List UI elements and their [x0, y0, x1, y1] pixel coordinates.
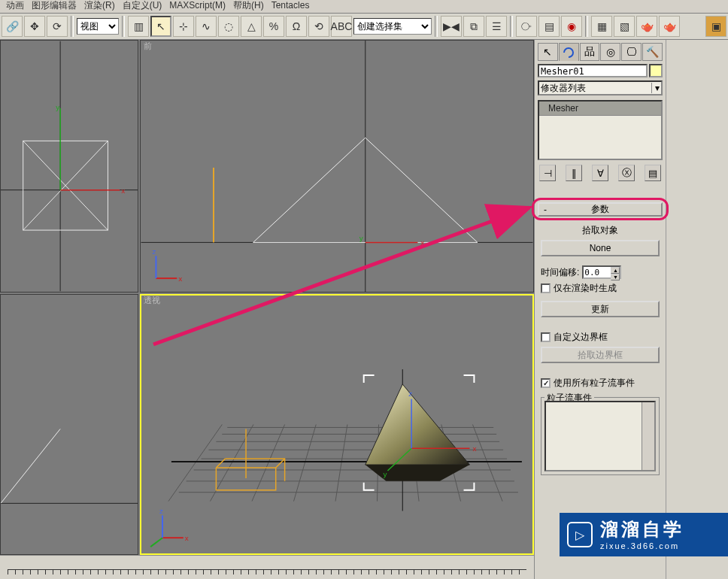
select-icon[interactable]: ↖ [150, 16, 171, 37]
pin-stack-icon[interactable]: ⊣ [539, 165, 556, 181]
tab-hierarchy-icon[interactable]: 品 [580, 43, 600, 61]
rollout-parameters[interactable]: - 参数 [538, 202, 663, 217]
spinner-up-icon[interactable]: ▲ [611, 267, 620, 274]
render-icon[interactable]: 🫖 [659, 16, 680, 37]
svg-line-48 [216, 459, 225, 468]
menu-bar: 动画 图形编辑器 渲染(R) 自定义(U) MAXScript(M) 帮助(H)… [0, 0, 728, 13]
tab-display-icon[interactable]: 🖵 [621, 43, 642, 61]
watermark: ▷ 溜溜自学 zixue.3d66.com [560, 513, 728, 556]
mirror-icon[interactable]: ▶◀ [441, 16, 462, 37]
viewport-area: x y 前 x y x z 透视 [0, 40, 534, 555]
selection-set-dropdown[interactable]: 创建选择集 [353, 18, 432, 35]
configure-sets-icon[interactable]: ▤ [645, 165, 661, 181]
viewport-left[interactable] [0, 294, 138, 555]
svg-text:x: x [121, 186, 125, 195]
svg-text:z: z [152, 247, 156, 256]
tab-utilities-icon[interactable]: 🔨 [642, 43, 663, 61]
play-icon: ▷ [567, 522, 593, 547]
snap-angle-icon[interactable]: △ [241, 16, 262, 37]
axis-icon[interactable]: ⊹ [173, 16, 194, 37]
align-icon[interactable]: ⧉ [463, 16, 484, 37]
viewport-front[interactable]: 前 x y x z [140, 40, 534, 293]
custom-bbox-checkbox[interactable] [541, 332, 551, 342]
link-icon[interactable]: 🔗 [2, 16, 23, 37]
chevron-down-icon: ▾ [651, 83, 660, 93]
render-setup-icon[interactable]: ▦ [591, 16, 612, 37]
pf-events-group: 粒子流事件 [541, 397, 660, 475]
command-panel: ↖ 品 ◎ 🖵 🔨 Mesher01 修改器列表 ▾ Mesher ⊣ ‖ ∀ … [534, 40, 728, 579]
svg-text:x: x [185, 534, 189, 542]
material-editor-icon[interactable]: ◉ [561, 16, 582, 37]
spinner-snap-icon[interactable]: ⟲ [308, 16, 329, 37]
menu-item[interactable]: 帮助(H) [230, 0, 267, 12]
svg-marker-40 [366, 384, 470, 465]
menu-item[interactable]: MAXScript(M) [166, 0, 229, 11]
render-frame-icon[interactable]: ▧ [614, 16, 635, 37]
tab-modify-icon[interactable] [559, 43, 579, 61]
spinner-down-icon[interactable]: ▼ [611, 274, 620, 280]
pick-none-button[interactable]: None [541, 240, 660, 256]
percent-snap-icon[interactable]: % [263, 16, 284, 37]
magnet-icon[interactable]: Ω [286, 16, 307, 37]
show-end-result-icon[interactable]: ‖ [566, 165, 582, 181]
main-toolbar: 🔗 ✥ ⟳ 视图 ▥ ↖ ⊹ ∿ ◌ △ % Ω ⟲ ABC 创建选择集 ▶◀ … [0, 13, 728, 40]
viewport-perspective[interactable]: 透视 [140, 294, 534, 555]
svg-marker-41 [366, 465, 470, 481]
svg-line-20 [1, 429, 60, 503]
pick-object-label: 拾取对象 [541, 224, 660, 237]
svg-text:y: y [383, 470, 387, 478]
svg-text:x: x [178, 274, 182, 283]
menu-item[interactable]: 渲染(R) [81, 0, 118, 12]
modifier-list-dropdown[interactable]: 修改器列表 ▾ [538, 80, 663, 95]
tab-create-icon[interactable]: ↖ [538, 43, 558, 61]
svg-line-29 [168, 425, 222, 502]
object-name-field[interactable]: Mesher01 [538, 64, 648, 77]
svg-text:z: z [159, 507, 163, 515]
curve-editor-icon[interactable]: ⧂ [516, 16, 537, 37]
svg-line-33 [335, 425, 347, 502]
modifier-stack[interactable]: Mesher [538, 100, 663, 160]
quick-render-icon[interactable]: 🫖 [636, 16, 657, 37]
rollout-body: 拾取对象 None 时间偏移: ▲▼ 仅在渲染时生成 更新 自定义边界框 拾取边… [538, 217, 663, 478]
collapse-icon: - [544, 205, 547, 215]
menu-item[interactable]: 动画 [3, 0, 27, 12]
modifier-stack-item[interactable]: Mesher [539, 102, 661, 116]
schematic-view-icon[interactable]: ▤ [538, 16, 560, 37]
pf-events-listbox[interactable] [544, 401, 656, 471]
use-all-pf-label: 使用所有粒子流事件 [554, 377, 635, 390]
view-dropdown[interactable]: 视图 [77, 18, 119, 35]
custom-bbox-label: 自定义边界框 [554, 331, 608, 344]
rotate-icon[interactable]: ⟳ [47, 16, 68, 37]
menu-item[interactable]: 图形编辑器 [29, 0, 80, 12]
menu-item[interactable]: 自定义(U) [120, 0, 165, 12]
layer-icon[interactable]: ☰ [486, 16, 507, 37]
remove-modifier-icon[interactable]: ⓧ [618, 165, 635, 181]
selection-icon[interactable]: ◌ [218, 16, 239, 37]
watermark-url: zixue.3d66.com [600, 541, 684, 551]
snap-toggle-icon[interactable]: ∿ [196, 16, 217, 37]
viewport-top[interactable]: x y [0, 40, 138, 293]
tab-motion-icon[interactable]: ◎ [600, 43, 620, 61]
move-icon[interactable]: ✥ [24, 16, 45, 37]
svg-text:x: x [472, 444, 476, 453]
update-button[interactable]: 更新 [541, 301, 660, 317]
svg-text:y: y [56, 103, 59, 111]
use-all-pf-checkbox[interactable] [541, 378, 551, 388]
make-unique-icon[interactable]: ∀ [592, 165, 608, 181]
svg-text:x: x [420, 238, 424, 247]
timeline-ruler[interactable] [0, 555, 534, 579]
panel-tabs: ↖ 品 ◎ 🖵 🔨 [538, 43, 663, 61]
render-only-checkbox[interactable] [541, 283, 551, 293]
panel-scrollbar-area[interactable] [666, 40, 728, 579]
object-color-swatch[interactable] [649, 64, 663, 77]
pick-bbox-button[interactable]: 拾取边界框 [541, 347, 660, 363]
time-offset-input[interactable] [584, 267, 611, 277]
named-selection-icon[interactable]: ABC [331, 16, 352, 37]
time-offset-spinner[interactable]: ▲▼ [582, 265, 621, 279]
filter-icon[interactable]: ▥ [128, 16, 149, 37]
svg-line-53 [150, 538, 162, 547]
menu-item[interactable]: Tentacles [268, 0, 313, 11]
reactor-icon[interactable]: ▣ [705, 16, 726, 37]
render-only-label: 仅在渲染时生成 [554, 282, 617, 295]
svg-line-32 [294, 425, 317, 502]
